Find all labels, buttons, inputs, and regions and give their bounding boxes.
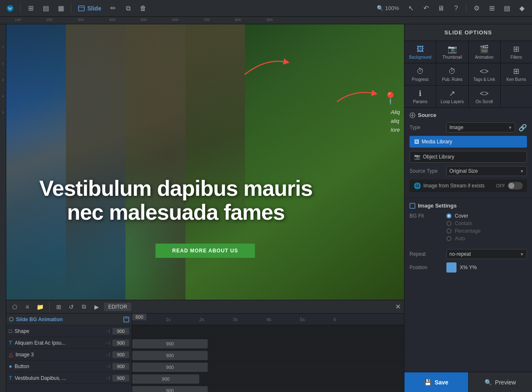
stream-row: 🌐 Image from Stream if exists OFF — [409, 179, 527, 192]
svg-text:W: W — [8, 6, 13, 11]
layers-icon[interactable]: ⬡ — [10, 302, 20, 312]
timeline-layer-text2[interactable]: T Vestibulum Dapibus, ... →| 900 — [6, 372, 132, 384]
timeline-ruler: 600 1s 2s 3s 4s 5s 6 — [132, 314, 404, 325]
filters-icon: ⊞ — [513, 44, 519, 54]
percentage-radio[interactable] — [446, 228, 451, 234]
thumbnail-tab[interactable]: 📷 Thumbnail — [436, 41, 468, 63]
slide-options-header: SLIDE OPTIONS — [404, 24, 532, 41]
thumbnail-icon: 📷 — [448, 44, 457, 54]
slide-main-text: Vestibulum dapibus mauris nec malesuada … — [31, 177, 320, 224]
slide-side-text: Aliq aliq lore — [391, 108, 400, 134]
diamond-icon[interactable]: ◆ — [515, 2, 529, 15]
delete-icon[interactable]: 🗑 — [136, 2, 150, 15]
bg-fit-options: Cover Contain Percentage Auto — [446, 213, 480, 241]
timeline-layer-shape[interactable]: □ Shape →| 900 — [6, 325, 132, 337]
source-type-select[interactable]: Original Size ▼ — [446, 166, 527, 176]
timeline: ⬡ ≡ 📁 ⊞ ↺ ⧉ ▶ EDITOR ✕ ⬡ Slide — [6, 300, 404, 392]
tags-link-tab[interactable]: <> Tags & Link — [469, 63, 501, 85]
copy-icon[interactable]: ⧉ — [121, 2, 135, 15]
play-icon[interactable]: ▶ — [91, 302, 102, 312]
layout-icon[interactable]: ▤ — [39, 2, 52, 15]
list-icon[interactable]: ≡ — [22, 302, 32, 312]
canvas-area[interactable]: Vestibulum dapibus mauris nec malesuada … — [6, 24, 404, 300]
auto-option[interactable]: Auto — [446, 236, 480, 241]
ken-burns-icon: ⊞ — [513, 67, 519, 76]
editor-button[interactable]: EDITOR — [104, 303, 131, 311]
separator-3 — [466, 3, 467, 13]
type-link-icon[interactable]: 🔗 — [519, 124, 527, 132]
desktop-icon[interactable]: 🖥 — [434, 2, 448, 15]
bg-fit-row: BG Fit Cover Contain Percentage — [409, 213, 527, 246]
loop-layers-tab[interactable]: ↗ Loop Layers — [436, 86, 468, 107]
source-type-row: Source Type Original Size ▼ — [409, 166, 527, 176]
timeline-body: ⬡ Slide BG Animation □ Shape →| 900 T Al… — [6, 314, 404, 392]
repeat-select[interactable]: no-repeat ▼ — [446, 249, 527, 259]
timeline-close-button[interactable]: ✕ — [395, 303, 401, 311]
preview-button[interactable]: 🔍 Preview — [468, 372, 532, 392]
progress-tab[interactable]: ⏱ Progress — [404, 63, 436, 85]
layout2-icon[interactable]: ▦ — [54, 2, 68, 15]
undo-icon[interactable]: ↶ — [419, 2, 433, 15]
top-bar: W ⊞ ▤ ▦ Slide ✏ ⧉ 🗑 🔍 100% ↖ ↶ 🖥 ? ⚙ ⊞ ▤… — [0, 0, 532, 17]
grid3-icon[interactable]: ⊞ — [485, 2, 498, 15]
media-library-button[interactable]: 🖼 Media Library — [409, 136, 527, 148]
slide-cta-button[interactable]: READ MORE ABOUT US — [156, 244, 255, 258]
pub-rules-tab[interactable]: ⏱ Pub. Rules — [436, 63, 468, 85]
params-tab[interactable]: ℹ Params — [404, 86, 436, 107]
source-section: Source Type Image ▼ 🔗 🖼 Media Library — [404, 108, 532, 198]
wordpress-icon[interactable]: W — [3, 2, 17, 15]
timeline-header-row: ⬡ Slide BG Animation — [6, 314, 132, 325]
edit-icon[interactable]: ✏ — [106, 2, 120, 15]
type-select[interactable]: Image ▼ — [446, 122, 515, 132]
select-icon[interactable]: ⊞ — [54, 302, 64, 312]
filters-tab[interactable]: ⊞ Filters — [501, 41, 532, 63]
main-layout: 1 2 3 4 5 Vestibulum dapibus mauris nec … — [0, 24, 532, 392]
stream-toggle[interactable] — [508, 182, 523, 190]
grid-icon[interactable]: ⊞ — [24, 2, 37, 15]
horizontal-ruler: 100 200 300 400 500 600 700 800 900 — [0, 17, 532, 24]
percentage-option[interactable]: Percentage — [446, 228, 480, 234]
type-row: Type Image ▼ 🔗 — [409, 122, 527, 132]
slide-label: Slide — [75, 3, 104, 13]
params-icon: ℹ — [419, 89, 422, 98]
animation-tab[interactable]: 🎬 Animation — [469, 41, 501, 63]
pub-rules-icon: ⏱ — [449, 67, 456, 76]
settings-icon[interactable]: ⚙ — [470, 2, 483, 15]
object-library-button[interactable]: 📷 Object Library — [409, 151, 527, 163]
ken-burns-tab[interactable]: ⊞ Ken Burns — [501, 63, 532, 85]
slide-location-icon: 📍 — [383, 91, 398, 105]
contain-radio[interactable] — [446, 221, 451, 226]
save-icon: 💾 — [424, 379, 431, 386]
on-scroll-tab[interactable]: <> On Scroll — [469, 86, 501, 107]
globe-icon: 🌐 — [414, 182, 421, 189]
image-settings-section: Image Settings BG Fit Cover Contain — [404, 198, 532, 280]
cover-radio[interactable] — [446, 213, 451, 218]
cover-option[interactable]: Cover — [446, 213, 480, 219]
image-settings-header: Image Settings — [409, 202, 527, 209]
contain-option[interactable]: Contain — [446, 221, 480, 226]
copy-layers-icon[interactable]: ⧉ — [79, 302, 89, 312]
options-row-3: ℹ Params ↗ Loop Layers <> On Scroll — [404, 86, 532, 108]
timeline-layer-image3[interactable]: △ Image 3 →| 900 — [6, 349, 132, 361]
auto-radio[interactable] — [446, 236, 451, 241]
timeline-layers-panel: ⬡ Slide BG Animation □ Shape →| 900 T Al… — [6, 314, 132, 392]
preview-icon: 🔍 — [485, 379, 492, 386]
folder-icon[interactable]: 📁 — [35, 302, 45, 312]
tags-link-icon: <> — [480, 67, 489, 76]
svg-rect-2 — [78, 6, 84, 11]
timeline-layer-button[interactable]: ● Button →| 900 — [6, 361, 132, 372]
object-library-row: 📷 Object Library — [409, 151, 527, 163]
view-active-icon[interactable]: ▤ — [500, 2, 514, 15]
media-library-row: 🖼 Media Library — [409, 136, 527, 148]
refresh-icon[interactable]: ↺ — [66, 302, 76, 312]
timeline-layer-text1[interactable]: T Aliquam Erat Ac Ipsu... →| 900 — [6, 337, 132, 349]
cursor-icon[interactable]: ↖ — [404, 2, 417, 15]
save-button[interactable]: 💾 Save — [404, 372, 468, 392]
bottom-buttons: 💾 Save 🔍 Preview — [404, 372, 532, 392]
help-icon[interactable]: ? — [449, 2, 463, 15]
source-header: Source — [409, 112, 527, 118]
svg-rect-4 — [124, 317, 129, 322]
object-library-icon: 📷 — [414, 154, 420, 160]
background-tab[interactable]: 🖼 Background — [404, 41, 436, 63]
position-box[interactable] — [446, 262, 456, 273]
